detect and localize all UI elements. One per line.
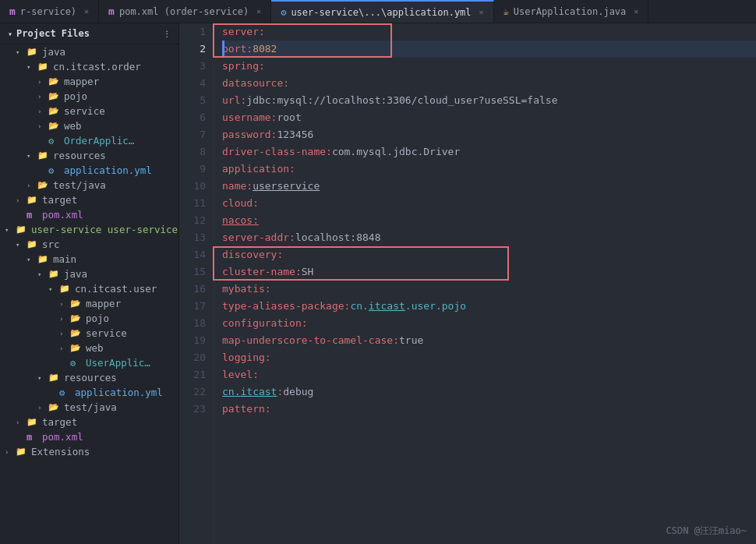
tab-close-pom-order[interactable]: ✕ <box>256 7 261 16</box>
tree-icon-cn-itcast-order: 📁 <box>37 62 50 72</box>
tree-label-service-user: service <box>86 327 127 339</box>
sidebar-item-user-service[interactable]: ▾📁user-service user-service <box>0 222 178 237</box>
tree-label-cn-itcast-user: cn.itcast.user <box>75 283 157 295</box>
sidebar-item-pojo-user[interactable]: ›📂pojo <box>0 311 178 326</box>
token-key: url: <box>222 92 246 109</box>
tree-icon-service-user: 📂 <box>70 328 83 338</box>
tree-icon-order-app: ⚙ <box>48 136 61 147</box>
sidebar-item-test-java[interactable]: ›📂test/java <box>0 178 178 193</box>
tab-pom-order[interactable]: m pom.xml (order-service) ✕ <box>99 0 271 23</box>
tree-label-resources-user: resources <box>64 372 117 383</box>
tree-label-test-java-user: test/java <box>64 401 117 413</box>
sidebar-chevron: ▾ <box>8 30 12 38</box>
sidebar-item-resources-user[interactable]: ▾📁resources <box>0 370 178 385</box>
token-key: username: <box>222 109 277 126</box>
sidebar-item-service-user[interactable]: ›📂service <box>0 326 178 341</box>
token-special_underline: cn. <box>222 383 240 401</box>
tab-user-yaml[interactable]: ⚙ user-service\...\application.yml ✕ <box>271 0 493 23</box>
sidebar-item-cn-itcast-user[interactable]: ▾📁cn.itcast.user <box>0 281 178 296</box>
token-value: root <box>277 109 301 126</box>
tree-label-pom-xml-user: pom.xml <box>42 431 83 443</box>
sidebar-item-web[interactable]: ›📂web <box>0 118 178 133</box>
sidebar-item-pojo[interactable]: ›📂pojo <box>0 89 178 104</box>
tree-label-main: main <box>53 253 76 265</box>
tab-close-order[interactable]: ✕ <box>84 7 89 16</box>
tree-icon-src: 📁 <box>26 239 39 249</box>
sidebar-menu-icon[interactable]: ⋮ <box>163 30 171 38</box>
tree-arrow-resources: ▾ <box>26 152 37 160</box>
sidebar-item-user-app-file[interactable]: ⚙UserApplic… <box>0 355 178 370</box>
tree-icon-pojo: 📂 <box>48 91 61 101</box>
token-value: SH <box>302 263 314 281</box>
token-key: type-aliases-package: <box>222 298 350 315</box>
code-line-13: server-addr: localhost:8848 <box>222 229 756 246</box>
tree-label-pom-xml-order: pom.xml <box>42 209 83 221</box>
code-line-3: spring: <box>222 58 756 75</box>
tree-icon-pom-xml-user: m <box>26 432 39 443</box>
code-line-9: application: <box>222 161 756 178</box>
line-number-17: 17 <box>179 298 206 315</box>
line-number-8: 8 <box>179 143 206 161</box>
tree-arrow-web: › <box>37 122 48 130</box>
sidebar-item-mapper[interactable]: ›📂mapper <box>0 74 178 89</box>
tab-close-user-yaml[interactable]: ✕ <box>479 8 484 16</box>
token-key: logging: <box>222 349 271 366</box>
token-value: 123456 <box>277 126 313 143</box>
token-key: application: <box>222 161 295 178</box>
code-line-7: password: 123456 <box>222 126 756 143</box>
code-area[interactable]: server: port: 8082spring: datasource: ur… <box>214 23 756 544</box>
sidebar-item-pom-xml-user[interactable]: mpom.xml <box>0 429 178 444</box>
sidebar-item-app-yml-order[interactable]: ⚙application.yml <box>0 163 178 178</box>
tab-order-service[interactable]: m r-service) ✕ <box>0 0 99 23</box>
tab-user-app[interactable]: ☕ UserApplication.java ✕ <box>494 0 649 23</box>
tree-label-mapper-user: mapper <box>86 298 121 309</box>
sidebar-item-java-root[interactable]: ▾📁java <box>0 44 178 59</box>
sidebar-item-pom-xml-order[interactable]: mpom.xml <box>0 207 178 222</box>
tree-arrow-test-java-user: › <box>37 404 48 412</box>
code-line-16: mybatis: <box>222 281 756 298</box>
code-line-23: pattern: <box>222 401 756 418</box>
sidebar-item-order-app[interactable]: ⚙OrderApplic… <box>0 133 178 148</box>
tab-close-user-app[interactable]: ✕ <box>634 7 638 16</box>
tree-arrow-java-user: ▾ <box>37 270 48 278</box>
line-number-12: 12 <box>179 212 206 229</box>
code-line-6: username: root <box>222 109 756 126</box>
sidebar-item-app-yml-user[interactable]: ⚙application.yml <box>0 385 178 400</box>
tree-icon-resources-user: 📁 <box>48 373 61 383</box>
sidebar-item-target[interactable]: ›📁target <box>0 193 178 207</box>
sidebar-item-resources[interactable]: ▾📁resources <box>0 148 178 163</box>
tree-arrow-cn-itcast-user: ▾ <box>48 285 59 293</box>
token-key: cluster-name: <box>222 263 302 281</box>
line-number-14: 14 <box>179 246 206 263</box>
token-value: com.mysql.jdbc.Driver <box>332 143 460 161</box>
code-line-17: type-aliases-package: cn.itcast.user.poj… <box>222 298 756 315</box>
code-line-19: map-underscore-to-camel-case: true <box>222 332 756 349</box>
sidebar-item-cn-itcast-order[interactable]: ▾📁cn.itcast.order <box>0 59 178 74</box>
tree-icon-web: 📂 <box>48 121 61 131</box>
sidebar-item-java-user[interactable]: ▾📁java <box>0 267 178 281</box>
editor[interactable]: 1234567891011121314151617181920212223 se… <box>179 23 756 544</box>
tree-label-app-yml-user: application.yml <box>75 387 163 398</box>
sidebar-item-extensions[interactable]: ›📁Extensions <box>0 444 178 459</box>
tree-arrow-main: ▾ <box>26 256 37 263</box>
tree-arrow-test-java: › <box>26 182 37 189</box>
tree-icon-target: 📁 <box>26 195 39 205</box>
token-number: 8082 <box>253 41 277 58</box>
tree-icon-pojo-user: 📂 <box>70 313 83 323</box>
sidebar-item-mapper-user[interactable]: ›📂mapper <box>0 296 178 311</box>
tree-label-resources: resources <box>53 150 106 161</box>
token-underline_value: userservice <box>253 178 320 195</box>
sidebar-item-web-user[interactable]: ›📂web <box>0 341 178 355</box>
sidebar-item-service[interactable]: ›📂service <box>0 104 178 118</box>
sidebar-item-test-java-user[interactable]: ›📂test/java <box>0 400 178 415</box>
token-special: .user.pojo <box>405 298 466 315</box>
token-value: debug <box>283 383 313 401</box>
sidebar-item-main[interactable]: ▾📁main <box>0 252 178 267</box>
line-number-21: 21 <box>179 366 206 383</box>
tree-arrow-pojo-user: › <box>59 315 70 323</box>
tree-label-app-yml-order: application.yml <box>64 164 152 176</box>
sidebar-item-target-user[interactable]: ›📁target <box>0 415 178 429</box>
sidebar-item-src[interactable]: ▾📁src <box>0 237 178 252</box>
token-key: datasource: <box>222 75 289 92</box>
tree-icon-service: 📂 <box>48 106 61 116</box>
